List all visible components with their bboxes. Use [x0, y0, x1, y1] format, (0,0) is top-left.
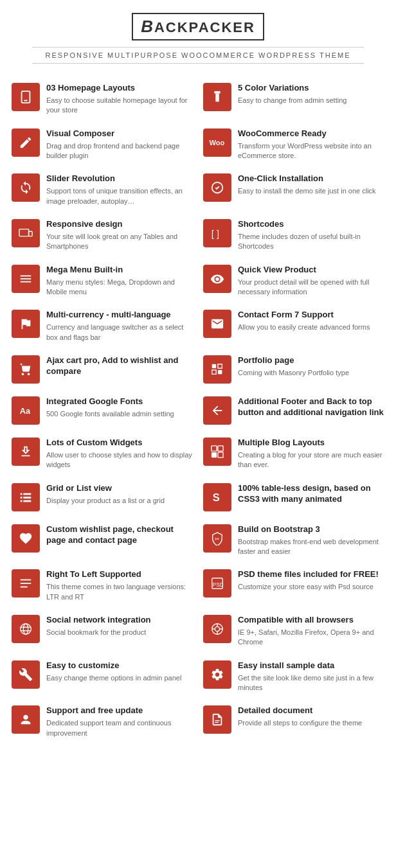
svg-rect-7	[21, 275, 32, 276]
logo-text: ACKPACKER	[154, 19, 255, 35]
feature-desc-contact-form: Allow you to easily create advanced form…	[238, 323, 370, 332]
feature-title-portfolio-page: Portfolio page	[238, 355, 349, 366]
svg-rect-22	[23, 497, 31, 499]
svg-rect-5	[29, 231, 33, 236]
feature-item-contact-form: Contact Form 7 SupportAllow you to easil…	[198, 303, 390, 349]
feature-desc-rtl: This theme comes in two language version…	[46, 582, 193, 602]
feature-text-ajax-cart: Ajax cart pro, Add to wishlist and compa…	[46, 355, 193, 379]
feature-title-bootstrap: Build on Bootstrap 3	[238, 524, 384, 535]
feature-item-multiple-blog: Multiple Blog LayoutsCreating a blog for…	[198, 431, 390, 477]
feature-item-psd-files: PSDPSD theme files included for FREE!Cus…	[198, 563, 390, 608]
visual-composer-icon	[12, 128, 40, 157]
compatible-browsers-icon	[203, 615, 231, 643]
feature-title-tableless-design: 100% table-less design, based on CSS3 wi…	[238, 483, 384, 505]
feature-desc-woocommerce-ready: Transform your WordPress website into an…	[238, 141, 384, 161]
feature-title-rtl: Right To Left Supported	[46, 569, 193, 580]
free-update-icon	[12, 705, 40, 734]
svg-text:Woo: Woo	[209, 139, 224, 146]
svg-rect-44	[215, 722, 219, 723]
sample-data-icon	[203, 660, 231, 689]
svg-point-37	[215, 626, 219, 631]
homepage-layouts-icon	[12, 83, 40, 111]
feature-item-google-fonts: AaIntegrated Google Fonts500 Google font…	[6, 390, 198, 431]
ajax-cart-icon	[12, 355, 40, 384]
feature-title-visual-composer: Visual Composer	[46, 128, 193, 139]
feature-item-visual-composer: Visual ComposerDrag and drop frontend an…	[6, 122, 198, 168]
feature-text-google-fonts: Integrated Google Fonts500 Google fonts …	[46, 396, 174, 419]
slider-revolution-icon	[12, 173, 40, 202]
features-grid: 03 Homepage LayoutsEasy to choose suitab…	[0, 70, 396, 751]
feature-item-sample-data: Easy install sample dataGet the site loo…	[198, 654, 390, 700]
feature-text-sample-data: Easy install sample dataGet the site loo…	[238, 660, 384, 693]
feature-text-woocommerce-ready: WooCommerce ReadyTransform your WordPres…	[238, 128, 384, 161]
logo-b-letter: B	[141, 17, 154, 36]
feature-item-easy-customize: Easy to customizeEasy change theme optio…	[6, 654, 198, 700]
feature-title-ajax-cart: Ajax cart pro, Add to wishlist and compa…	[46, 355, 193, 377]
shortcodes-icon: [ ]	[203, 219, 231, 247]
svg-rect-0	[22, 91, 30, 103]
social-network-icon	[12, 615, 40, 643]
feature-text-homepage-layouts: 03 Homepage LayoutsEasy to choose suitab…	[46, 83, 193, 116]
svg-text:Aa: Aa	[20, 406, 31, 416]
feature-item-quick-view: Quick View ProductYour product detail wi…	[198, 258, 390, 304]
svg-rect-2	[215, 94, 219, 102]
custom-wishlist-icon	[12, 524, 40, 553]
easy-customize-icon	[12, 660, 40, 689]
svg-rect-13	[218, 370, 222, 374]
feature-item-woocommerce-ready: WooWooCommerce ReadyTransform your WordP…	[198, 122, 390, 168]
feature-desc-detailed-document: Provide all steps to configure the theme	[238, 718, 362, 728]
feature-title-multi-currency: Multi-currency - multi-language	[46, 310, 193, 321]
feature-desc-multiple-blog: Creating a blog for your store are much …	[238, 450, 384, 470]
feature-item-ajax-cart: Ajax cart pro, Add to wishlist and compa…	[6, 349, 198, 390]
feature-desc-responsive-design: Your site will look great on any Tables …	[46, 232, 193, 252]
feature-text-compatible-browsers: Compatible with all browsersIE 9+, Safar…	[238, 615, 384, 648]
feature-text-social-network: Social network integrationSocial bookmar…	[46, 615, 151, 637]
feature-text-slider-revolution: Slider RevolutionSupport tons of unique …	[46, 173, 193, 206]
svg-rect-18	[218, 452, 223, 457]
multiple-blog-icon	[203, 438, 231, 466]
feature-title-compatible-browsers: Compatible with all browsers	[238, 615, 384, 626]
feature-item-multi-currency: Multi-currency - multi-languageCurrency …	[6, 303, 198, 349]
feature-item-mega-menu: Mega Menu Built-inMany menu styles: Mega…	[6, 258, 198, 304]
feature-title-responsive-design: Responsive design	[46, 219, 193, 230]
svg-rect-10	[212, 364, 216, 368]
svg-rect-19	[21, 493, 22, 495]
feature-title-custom-widgets: Lots of Custom Widgets	[46, 438, 193, 448]
feature-text-free-update: Support and free updateDedicated support…	[46, 705, 193, 738]
svg-rect-9	[21, 281, 32, 282]
feature-desc-color-variations: Easy to change from admin setting	[238, 96, 346, 105]
feature-text-easy-customize: Easy to customizeEasy change theme optio…	[46, 660, 181, 683]
feature-desc-homepage-layouts: Easy to choose suitable homepage layout …	[46, 96, 193, 116]
grid-list-icon	[12, 483, 40, 511]
feature-text-shortcodes: ShortcodesTheme includes dozen of useful…	[238, 219, 384, 252]
feature-item-additional-footer: Additional Footer and Back to top button…	[198, 390, 390, 431]
mega-menu-icon	[12, 265, 40, 293]
feature-text-rtl: Right To Left SupportedThis theme comes …	[46, 569, 193, 602]
feature-title-shortcodes: Shortcodes	[238, 219, 384, 230]
feature-item-bootstrap: ✂Build on Bootstrap 3Bootstrap makes fro…	[198, 518, 390, 563]
svg-text:S: S	[213, 491, 220, 502]
feature-text-detailed-document: Detailed documentProvide all steps to co…	[238, 705, 362, 728]
svg-rect-8	[21, 278, 32, 279]
svg-rect-24	[23, 500, 31, 502]
tableless-design-icon: S	[203, 483, 231, 511]
feature-title-custom-wishlist: Custom wishlist page, checkout page and …	[46, 524, 193, 546]
custom-widgets-icon	[12, 438, 40, 466]
svg-point-42	[23, 715, 28, 720]
feature-item-color-variations: 5 Color VariationsEasy to change from ad…	[198, 76, 390, 122]
feature-title-contact-form: Contact Form 7 Support	[238, 310, 370, 321]
svg-rect-23	[21, 500, 22, 502]
rtl-icon	[12, 569, 40, 598]
feature-title-google-fonts: Integrated Google Fonts	[46, 396, 174, 407]
feature-text-color-variations: 5 Color VariationsEasy to change from ad…	[238, 83, 346, 105]
feature-desc-sample-data: Get the site look like demo site just in…	[238, 673, 384, 693]
feature-text-tableless-design: 100% table-less design, based on CSS3 wi…	[238, 483, 384, 507]
multi-currency-icon	[12, 310, 40, 338]
feature-item-compatible-browsers: Compatible with all browsersIE 9+, Safar…	[198, 608, 390, 654]
svg-rect-20	[23, 493, 31, 495]
svg-text:PSD: PSD	[213, 582, 224, 588]
feature-title-psd-files: PSD theme files included for FREE!	[238, 569, 379, 580]
feature-desc-custom-widgets: Allow user to choose styles and how to d…	[46, 450, 193, 470]
svg-rect-16	[218, 446, 223, 451]
feature-title-color-variations: 5 Color Variations	[238, 83, 346, 94]
